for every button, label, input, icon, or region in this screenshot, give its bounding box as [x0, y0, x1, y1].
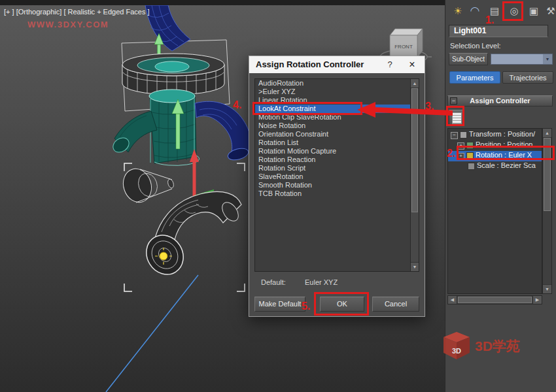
expand-icon[interactable]: +: [457, 142, 464, 150]
motion-tab-icon[interactable]: ◎: [506, 3, 523, 20]
chevron-down-icon[interactable]: ▼: [543, 54, 552, 64]
list-item[interactable]: Rotation Reaction: [255, 155, 419, 164]
controller-tree: −Transform : Position/ +Position : Posit…: [447, 128, 542, 294]
dialog-title: Assign Rotation Controller: [256, 56, 364, 73]
tree-row-label: Scale : Bezier Sca: [477, 161, 536, 169]
collapse-icon[interactable]: −: [450, 97, 457, 105]
tree-row-label: Rotation : Euler X: [476, 151, 532, 159]
scroll-down-icon[interactable]: ▼: [543, 284, 551, 293]
position-controller-icon: [466, 142, 474, 149]
list-item[interactable]: >Euler XYZ: [255, 88, 419, 96]
tree-row-label: Transform : Position/: [469, 130, 535, 138]
scroll-up-icon[interactable]: ▲: [411, 79, 419, 88]
scrollbar-thumb[interactable]: [411, 88, 418, 212]
transform-controller-icon: [460, 131, 467, 139]
tree-row-transform[interactable]: −Transform : Position/: [448, 130, 542, 140]
list-item[interactable]: Motion Clip SlaveRotation: [255, 113, 419, 122]
tree-row-rotation[interactable]: +Rotation : Euler X: [448, 151, 542, 161]
expand-icon[interactable]: +: [457, 153, 464, 160]
tab-trajectories[interactable]: Trajectories: [502, 71, 553, 84]
ok-button[interactable]: OK: [320, 297, 364, 312]
display-tab-icon[interactable]: ▣: [525, 3, 542, 20]
list-item-selected[interactable]: LookAt Constraint: [255, 105, 419, 113]
assign-controller-rollout[interactable]: − Assign Controller: [447, 95, 553, 106]
list-scrollbar[interactable]: ▲ ▼: [410, 79, 419, 271]
list-item[interactable]: AudioRotation: [255, 79, 419, 88]
assign-controller-button[interactable]: [449, 110, 464, 126]
list-item[interactable]: Noise Rotation: [255, 122, 419, 130]
list-item[interactable]: Rotation Script: [255, 164, 419, 172]
scrollbar-thumb[interactable]: [458, 297, 532, 303]
tree-horizontal-scrollbar[interactable]: ◀ ▶: [447, 295, 542, 304]
list-item[interactable]: Smooth Rotation: [255, 181, 419, 189]
default-row: Default: Euler XYZ: [261, 278, 338, 286]
list-item[interactable]: Orientation Constraint: [255, 130, 419, 139]
scroll-up-icon[interactable]: ▲: [543, 129, 551, 138]
controller-list[interactable]: AudioRotation >Euler XYZ Linear Rotation…: [254, 78, 419, 272]
target-line: [106, 275, 198, 392]
tree-row-label: Position : Position: [476, 140, 532, 148]
wireframe-ring[interactable]: [122, 54, 224, 95]
viewcube-front-label: FRONT: [394, 44, 413, 50]
collapse-icon[interactable]: −: [451, 132, 458, 139]
utilities-tab-icon[interactable]: ⚒: [542, 3, 556, 20]
tab-parameters[interactable]: Parameters: [449, 71, 500, 84]
close-icon[interactable]: ×: [404, 56, 421, 73]
scrollbar-thumb[interactable]: [544, 138, 551, 211]
selection-level-label: Selection Level:: [450, 42, 501, 50]
make-default-button[interactable]: Make Default: [254, 297, 305, 312]
scroll-down-icon[interactable]: ▼: [411, 262, 419, 271]
create-tab-icon[interactable]: ☀: [449, 3, 466, 20]
scroll-right-icon[interactable]: ▶: [532, 296, 542, 304]
object-name-field[interactable]: Light001: [449, 25, 548, 37]
dialog-title-bar[interactable]: Assign Rotation Controller ? ×: [249, 56, 425, 73]
tree-vertical-scrollbar[interactable]: ▲ ▼: [542, 128, 552, 294]
sub-object-dropdown[interactable]: ▼: [491, 54, 553, 65]
scale-controller-icon: [468, 163, 475, 170]
site-watermark: WWW.3DXY.COM: [27, 20, 109, 29]
default-label: Default:: [261, 278, 286, 286]
rollout-title: Assign Controller: [470, 97, 530, 105]
scroll-left-icon[interactable]: ◀: [448, 296, 457, 304]
list-item[interactable]: TCB Rotation: [255, 189, 419, 198]
blue-tube-top[interactable]: [145, 5, 190, 51]
teal-elbow[interactable]: [111, 111, 157, 155]
sub-object-button[interactable]: Sub-Object: [449, 53, 488, 65]
menu-strip: [0, 0, 445, 5]
help-icon[interactable]: ?: [381, 56, 398, 73]
assign-controller-icon: [452, 112, 462, 124]
tree-row-position[interactable]: +Position : Position: [448, 140, 542, 151]
rotation-controller-icon: [466, 152, 474, 159]
assign-rotation-controller-dialog: Assign Rotation Controller ? × AudioRota…: [249, 56, 425, 317]
default-value: Euler XYZ: [305, 278, 338, 286]
red-axis-arrow: [190, 149, 214, 196]
command-panel: ☀ ◠ ▤ ◎ ▣ ⚒ Light001 Selection Level: Su…: [445, 0, 556, 392]
modify-tab-icon[interactable]: ◠: [466, 3, 483, 20]
teal-cylinder[interactable]: [149, 90, 200, 165]
list-item[interactable]: SlaveRotation: [255, 172, 419, 181]
list-item[interactable]: Rotation Motion Capture: [255, 147, 419, 155]
viewport-label[interactable]: [+ ] [Orthographic] [ Realistic + Edged …: [4, 8, 150, 16]
list-item[interactable]: Linear Rotation: [255, 96, 419, 105]
tree-row-scale[interactable]: Scale : Bezier Sca: [448, 161, 542, 172]
hierarchy-tab-icon[interactable]: ▤: [486, 3, 503, 20]
blue-tube-right[interactable]: [195, 101, 251, 162]
list-item[interactable]: Rotation List: [255, 139, 419, 147]
spot-cone[interactable]: [119, 165, 175, 206]
white-tube[interactable]: [139, 191, 242, 281]
cancel-button[interactable]: Cancel: [372, 297, 419, 312]
